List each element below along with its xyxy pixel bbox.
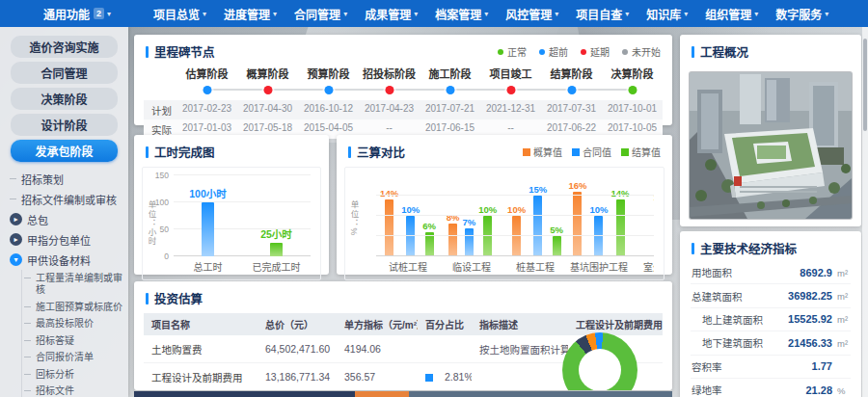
nav-item-8[interactable]: 项目自查▾ <box>567 0 637 27</box>
legend-item: 合同值 <box>572 145 611 159</box>
nav-item-3[interactable]: 进度管理▾ <box>215 0 285 27</box>
milestone-dot-cell <box>359 84 420 95</box>
nav-item-5[interactable]: 成果管理▾ <box>356 0 426 27</box>
tree-node[interactable]: ▸总包 <box>8 209 128 229</box>
expand-icon[interactable]: ▸ <box>10 213 22 225</box>
nav-item-6[interactable]: 档案管理▾ <box>426 0 497 27</box>
tree-subnode[interactable]: 施工图预算或标底价 <box>22 299 128 316</box>
overview-header: 工程概况 <box>680 35 861 65</box>
tree-subnode[interactable]: 合同报价清单 <box>22 350 128 367</box>
tree-node[interactable]: ▾甲供设备材料 <box>8 250 128 270</box>
milestone-stage-name: 估算阶段 <box>176 65 237 84</box>
bar[interactable] <box>270 243 283 256</box>
tree-node[interactable]: 招标文件编制或审核 <box>8 189 128 209</box>
bar-column: 25小时 <box>242 226 311 256</box>
tree-node[interactable]: 招标策划 <box>8 169 128 189</box>
bar[interactable] <box>483 216 492 256</box>
expand-icon[interactable]: ▸ <box>10 233 22 246</box>
scrollbar-thumb[interactable] <box>863 39 867 131</box>
sidebar-stage-button[interactable]: 造价咨询实施 <box>11 36 118 58</box>
bar[interactable] <box>406 216 415 256</box>
nav-item-1[interactable]: 通用功能2▾ <box>35 0 120 27</box>
strip-segment <box>134 391 355 397</box>
indicator-label: 绿地率 <box>692 383 722 397</box>
milestone-status-dot[interactable] <box>446 86 454 94</box>
tree-subnode[interactable]: 回标分析 <box>22 366 128 384</box>
top-nav: 通用功能2▾项目总览▾进度管理▾合同管理▾成果管理▾档案管理▾风控管理▾项目自查… <box>0 0 868 27</box>
indicator-label: 用地面积 <box>692 265 732 279</box>
milestone-status-dot[interactable] <box>263 86 272 94</box>
sidebar-stage-active[interactable]: 发承包阶段 <box>11 140 118 162</box>
milestone-status-dot[interactable] <box>385 86 393 94</box>
bar[interactable] <box>594 216 603 256</box>
bar[interactable] <box>616 199 625 256</box>
sidebar-stage-button[interactable]: 决策阶段 <box>11 88 118 110</box>
tree-dash-icon <box>24 278 31 278</box>
bar-group: 16%10%14% <box>567 180 631 256</box>
nav-item-label: 进度管理 <box>224 6 270 22</box>
tree-node[interactable]: ▸甲指分包单位 <box>8 229 128 250</box>
table-header-cell: 总价（元） <box>258 317 337 331</box>
tree-subnode[interactable]: 工程量清单编制或审核 <box>22 270 128 299</box>
axis-gridline <box>376 255 654 256</box>
bar[interactable] <box>512 216 521 256</box>
nav-item-9[interactable]: 知识库▾ <box>637 0 696 27</box>
bar-column: 10% <box>507 204 526 256</box>
legend-label: 概算值 <box>533 145 562 159</box>
nav-item-2[interactable]: 项目总览▾ <box>145 0 215 27</box>
bar[interactable] <box>465 228 474 256</box>
bar-value-label: 15% <box>529 184 547 195</box>
milestone-status-dot[interactable] <box>506 86 515 94</box>
bar[interactable] <box>202 202 214 256</box>
indicator-value-group: 21456.33m² <box>788 337 850 349</box>
bar[interactable] <box>573 192 582 256</box>
cell-percentage: 2.81% <box>418 371 472 383</box>
vertical-scrollbar[interactable] <box>862 27 868 397</box>
tree-subnode-label: 合同报价清单 <box>36 352 94 364</box>
tree-subnode[interactable]: 招标答疑 <box>22 332 128 350</box>
bar-column: 5% <box>550 225 563 256</box>
investment-header: 投资估算 <box>134 281 672 311</box>
bar[interactable] <box>385 199 393 256</box>
tree-subnode[interactable]: 招标文件 <box>22 384 128 397</box>
tree-dash-icon <box>24 323 31 324</box>
indicator-value-group: 36982.25m² <box>788 290 850 302</box>
tree-subnode[interactable]: 最高投标限价 <box>22 316 128 333</box>
nav-item-7[interactable]: 风控管理▾ <box>497 0 567 27</box>
milestone-status-dot[interactable] <box>324 86 333 94</box>
overview-card: 工程概况 <box>680 35 861 226</box>
bar-value-label: 10% <box>589 204 608 215</box>
bar-value-label: 5% <box>550 225 563 235</box>
nav-item-4[interactable]: 合同管理▾ <box>285 0 356 27</box>
indicators-card: 主要技术经济指标 用地面积8692.9m²总建筑面积36982.25m²地上建筑… <box>680 231 861 397</box>
title-accent-bar <box>348 146 351 158</box>
milestone-status-dot[interactable] <box>203 86 211 94</box>
bar[interactable] <box>448 224 457 256</box>
work-hours-card: 工时完成图 单位：小时 050100150100小时25小时 总工时已完成工时 <box>134 135 329 275</box>
comparison-legend: 概算值合同值结算值 <box>523 145 661 159</box>
collapse-icon[interactable]: ▾ <box>10 253 22 266</box>
milestone-status-dot[interactable] <box>628 86 637 94</box>
milestone-title: 里程碑节点 <box>154 42 215 61</box>
sidebar-stage-button[interactable]: 设计阶段 <box>11 114 118 136</box>
milestone-stage-name: 招投标阶段 <box>359 65 420 84</box>
bar-column: 7% <box>462 217 475 256</box>
indicator-unit: m² <box>837 268 850 278</box>
axis-gridline <box>376 215 654 216</box>
nav-item-label: 数字服务 <box>775 6 822 22</box>
strip-segment <box>409 391 672 397</box>
tree-node-label: 甲供设备材料 <box>27 252 91 268</box>
bar[interactable] <box>553 236 561 256</box>
legend-label: 超前 <box>549 44 568 59</box>
indicators-title: 主要技术经济指标 <box>700 239 797 257</box>
plan-date: 2017-04-23 <box>359 103 420 118</box>
nav-item-label: 成果管理 <box>365 6 411 22</box>
nav-item-11[interactable]: 数字服务▾ <box>767 0 837 27</box>
milestone-card: 里程碑节点 正常超前延期未开始 估算阶段概算阶段预算阶段招投标阶段施工阶段项目竣… <box>134 35 672 125</box>
milestone-status-dot[interactable] <box>567 86 576 94</box>
bar-value-label: 10% <box>478 204 497 215</box>
bar[interactable] <box>533 196 542 256</box>
legend-label: 延期 <box>590 44 610 59</box>
nav-item-10[interactable]: 组织管理▾ <box>696 0 767 27</box>
sidebar-stage-button[interactable]: 合同管理 <box>11 62 118 84</box>
